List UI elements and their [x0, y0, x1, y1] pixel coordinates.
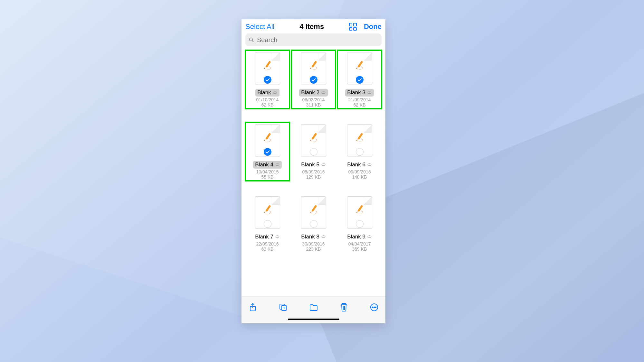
- file-name-row: Blank 9: [345, 233, 374, 241]
- file-item[interactable]: Blank 9 04/04/2017 369 KB: [337, 194, 382, 254]
- file-name-row: Blank: [255, 89, 279, 97]
- file-item[interactable]: Blank 8 30/09/2016 223 KB: [291, 194, 336, 254]
- svg-point-11: [264, 139, 271, 142]
- svg-point-14: [310, 139, 317, 142]
- file-size: 63 KB: [261, 246, 273, 252]
- file-name: Blank 8: [301, 234, 319, 240]
- file-size: 62 KB: [261, 102, 273, 107]
- file-name: Blank: [257, 89, 271, 96]
- file-name-row: Blank 6: [345, 161, 374, 169]
- file-item[interactable]: Blank 3 21/09/2014 62 KB: [337, 50, 382, 109]
- home-indicator[interactable]: [288, 319, 339, 320]
- move-button[interactable]: [309, 302, 318, 312]
- cloud-icon: [367, 162, 372, 168]
- cloud-icon: [367, 89, 372, 96]
- file-name: Blank 2: [301, 89, 319, 96]
- file-date: 10/04/2015: [256, 169, 279, 174]
- file-name: Blank 5: [301, 162, 319, 168]
- pages-document-icon: [261, 203, 274, 217]
- share-button[interactable]: [248, 302, 258, 312]
- search-input[interactable]: [256, 36, 378, 44]
- cloud-icon: [273, 89, 278, 96]
- file-date: 22/09/2016: [256, 241, 279, 246]
- file-name-row: Blank 2: [299, 89, 328, 97]
- search-bar[interactable]: [245, 33, 382, 46]
- file-item[interactable]: Blank 2 06/03/2014 311 KB: [291, 50, 336, 109]
- file-item[interactable]: Blank 5 05/09/2016 129 KB: [291, 122, 336, 181]
- files-app-window: Select All 4 Items Done Blank 01: [242, 19, 385, 323]
- search-icon: [249, 37, 254, 43]
- pages-document-icon: [353, 131, 366, 145]
- svg-point-0: [250, 38, 253, 41]
- delete-button[interactable]: [339, 302, 349, 312]
- svg-point-20: [264, 211, 271, 214]
- svg-point-17: [356, 139, 363, 142]
- pages-document-icon: [307, 131, 320, 145]
- svg-point-26: [356, 211, 363, 214]
- selection-checkmark-icon[interactable]: [310, 76, 317, 84]
- file-name: Blank 6: [347, 162, 365, 168]
- file-date: 09/09/2016: [348, 169, 371, 174]
- view-mode-icon[interactable]: [349, 23, 357, 31]
- file-date: 01/10/2014: [256, 97, 279, 102]
- cloud-icon: [275, 162, 280, 168]
- file-date: 04/04/2017: [348, 241, 371, 246]
- selection-checkmark-icon[interactable]: [264, 148, 271, 156]
- file-name: Blank 9: [347, 234, 365, 240]
- cloud-icon: [321, 89, 326, 96]
- svg-point-5: [310, 67, 317, 70]
- selection-checkmark-icon[interactable]: [356, 76, 364, 84]
- svg-line-1: [252, 41, 253, 42]
- selection-checkmark-icon[interactable]: [310, 148, 317, 156]
- selection-checkmark-icon[interactable]: [356, 220, 364, 228]
- navbar: Select All 4 Items Done: [242, 19, 385, 33]
- file-name-row: Blank 5: [299, 161, 328, 169]
- svg-point-2: [264, 67, 271, 70]
- pages-document-icon: [353, 59, 366, 73]
- file-date: 05/09/2016: [302, 169, 325, 174]
- file-size: 62 KB: [353, 102, 365, 107]
- select-all-button[interactable]: Select All: [245, 23, 275, 31]
- file-size: 223 KB: [306, 246, 321, 252]
- file-item[interactable]: Blank 01/10/2014 62 KB: [245, 50, 290, 109]
- svg-point-23: [310, 211, 317, 214]
- file-name: Blank 4: [255, 162, 273, 168]
- svg-point-39: [374, 307, 375, 308]
- selection-checkmark-icon[interactable]: [264, 76, 271, 84]
- svg-point-8: [356, 67, 363, 70]
- selection-checkmark-icon[interactable]: [264, 220, 271, 228]
- file-size: 369 KB: [352, 246, 367, 252]
- more-button[interactable]: [369, 302, 379, 312]
- file-item[interactable]: Blank 4 10/04/2015 55 KB: [245, 122, 290, 181]
- cloud-icon: [275, 234, 280, 240]
- cloud-icon: [321, 162, 326, 168]
- pages-document-icon: [353, 203, 366, 217]
- file-item[interactable]: Blank 6 09/09/2016 140 KB: [337, 122, 382, 181]
- svg-point-38: [372, 307, 373, 308]
- file-grid: Blank 01/10/2014 62 KB Blank 2 06/03/201…: [242, 51, 385, 252]
- duplicate-button[interactable]: [278, 302, 288, 312]
- file-name-row: Blank 7: [253, 233, 282, 241]
- file-name: Blank 3: [347, 89, 365, 96]
- pages-document-icon: [307, 203, 320, 217]
- pages-document-icon: [261, 131, 274, 145]
- selection-checkmark-icon[interactable]: [310, 220, 317, 228]
- file-date: 21/09/2014: [348, 97, 371, 102]
- navbar-title: 4 Items: [299, 23, 324, 31]
- pages-document-icon: [261, 59, 274, 73]
- file-item[interactable]: Blank 7 22/09/2016 63 KB: [245, 194, 290, 254]
- selection-checkmark-icon[interactable]: [356, 148, 364, 156]
- cloud-icon: [321, 234, 326, 240]
- file-name: Blank 7: [255, 234, 273, 240]
- file-size: 55 KB: [261, 174, 273, 180]
- cloud-icon: [367, 234, 372, 240]
- file-date: 30/09/2016: [302, 241, 325, 246]
- svg-point-40: [375, 307, 376, 308]
- file-size: 140 KB: [352, 174, 367, 180]
- file-name-row: Blank 8: [299, 233, 328, 241]
- pages-document-icon: [307, 59, 320, 73]
- file-date: 06/03/2014: [302, 97, 325, 102]
- file-size: 129 KB: [306, 174, 321, 180]
- done-button[interactable]: Done: [364, 23, 382, 31]
- file-size: 311 KB: [306, 102, 321, 107]
